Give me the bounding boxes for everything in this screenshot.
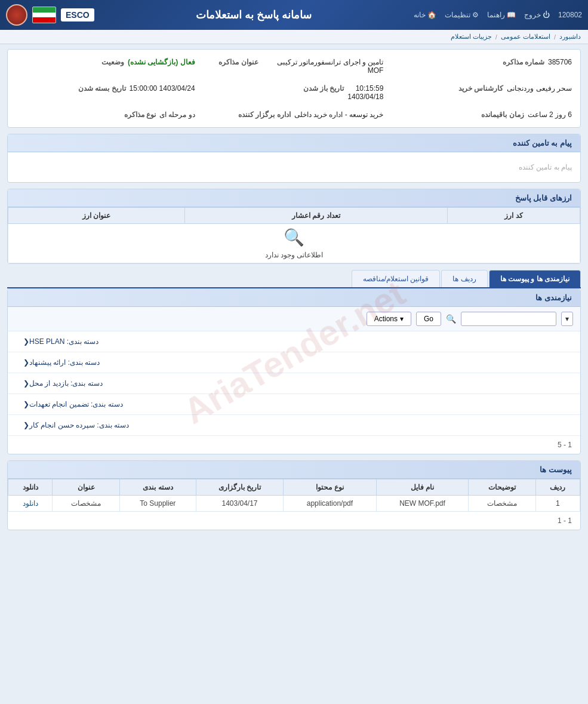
breadcrumb-home[interactable]: داشبورد [559,33,581,41]
type-value: دو مرحله ای [159,110,195,119]
actions-button[interactable]: ▾ Actions [367,312,411,326]
cell-filename: NEW MOF.pdf [376,496,469,512]
guide-button[interactable]: 📖 راهنما [487,11,516,19]
open-date-label: تاریخ باز شدن [290,84,344,93]
attachments-section: پیوست ها ردیف توضیحات نام فایل نوع محتوا… [7,460,581,530]
supplier-message-card: پیام به تامین کننده پیام به تامین کننده [7,134,581,183]
category-row[interactable]: دسته بندی: سپرده حسن انجام کار ❮ [8,415,580,436]
currencies-table: کد ارز تعداد رقم اعشار عنوان ارز 🔍 اطلاع… [8,207,580,263]
breadcrumb: داشبورد / استعلامات عمومی / جزیبات استعل… [0,30,588,44]
no-data-text: اطلاعاتی وجود ندارد [265,251,324,259]
settings-button[interactable]: ⚙ تنظیمات [445,11,479,19]
chevron-right-icon: ❮ [23,421,29,429]
info-grid: 385706 شماره مذاکره تامین و اجرای ترانسف… [16,56,572,121]
col-description: توضیحات [469,479,535,496]
needs-search-input[interactable] [461,312,556,326]
organizer-row: خرید توسعه - اداره خرید داخلی اداره برگز… [205,108,384,121]
go-button[interactable]: Go [416,312,441,326]
home-button[interactable]: 🏠 خانه [414,11,436,19]
currencies-card: ارزهای قابل پاسخ کد ارز تعداد رقم اعشار … [7,189,581,264]
remaining-row: 6 روز 2 ساعت زمان باقیمانده [393,108,572,121]
inquiry-number-label: شماره مذاکره [491,58,544,66]
buyer-value: سحر رفیعی وردنجانی [507,84,572,93]
col-filename: نام فایل [376,479,469,496]
needs-toolbar: ▾ 🔍 Go ▾ Actions [8,307,580,331]
category-label: دسته بندی: سپرده حسن انجام کار [29,421,129,429]
chevron-down-icon: ▾ [400,315,404,323]
open-date-value: 10:15:59 1403/04/18 [347,84,383,101]
category-row[interactable]: دسته بندی: تضمین انجام تعهدات ❮ [8,394,580,415]
book-icon: 📖 [507,11,516,19]
inquiry-number-row: 385706 شماره مذاکره [393,56,572,77]
tab-rows[interactable]: ردیف ها [441,270,487,287]
category-label: دسته بندی: بازدید از محل [29,379,103,388]
remaining-label: زمان باقیمانده [470,110,524,119]
category-row[interactable]: دسته بندی: بازدید از محل ❮ [8,373,580,394]
status-row: فعال (بازگشایی نشده) وضعیت [16,56,195,77]
categories-container: دسته بندی: HSE PLAN ❮ دسته بندی: ارائه پ… [8,331,580,436]
needs-pagination: 1 - 5 [8,436,580,454]
download-link[interactable]: دانلود [23,499,38,508]
company-emblem [6,4,27,26]
category-label: دسته بندی: HSE PLAN [29,337,98,346]
organizer-value: خرید توسعه - اداره خرید داخلی [294,110,384,119]
tab-rules[interactable]: قوانین استعلام/مناقصه [352,270,441,287]
page-title: سامانه پاسخ به استعلامات [196,8,312,21]
header-navigation: 120802 ⏻ خروج 📖 راهنما ⚙ تنظیمات 🏠 خانه [414,11,582,19]
buyer-label: کارشناس خرید [450,84,503,93]
breadcrumb-inquiries[interactable]: استعلامات عمومی [501,33,550,41]
category-row[interactable]: دسته بندی: ارائه پیشنهاد ❮ [8,352,580,373]
cell-download[interactable]: دانلود [8,496,53,512]
title-value: تامین و اجرای ترانسفورماتور ترکیبی MOF [262,58,384,75]
header-logo-area: ESCO [6,4,94,26]
status-value: فعال (بازگشایی نشده) [128,58,195,66]
exit-icon: ⏻ [543,11,550,19]
header-title-area: سامانه پاسخ به استعلامات [196,8,312,21]
needs-section: نیازمندی ها ▾ 🔍 Go ▾ Actions دسته بندی: … [7,288,581,454]
attachments-pagination: 1 - 1 [8,512,580,530]
close-date-label: تاریخ بسته شدن [72,84,126,93]
tabs-bar: نیازمندی ها و پیوست ها ردیف ها قوانین اس… [7,270,581,288]
search-icon: 🔍 [446,314,456,324]
inquiry-info-card: 385706 شماره مذاکره تامین و اجرای ترانسف… [7,49,581,128]
col-category: دسته بندی [119,479,196,496]
col-content-type: نوع محتوا [284,479,377,496]
esco-logo: ESCO [61,8,94,21]
close-date-row: 1403/04/24 15:00:00 تاریخ بسته شدن [16,82,195,103]
chevron-right-icon: ❮ [23,358,29,367]
main-content: 385706 شماره مذاکره تامین و اجرای ترانسف… [0,44,588,541]
category-row[interactable]: دسته بندی: HSE PLAN ❮ [8,331,580,352]
col-download: دانلود [8,479,53,496]
category-label: دسته بندی: ارائه پیشنهاد [29,358,100,367]
type-label: نوع مذاکره [102,110,156,119]
col-currency-title: عنوان ارز [8,208,185,224]
col-upload-date: تاریخ بارگزاری [196,479,283,496]
inquiry-number-value: 385706 [548,58,572,66]
chevron-right-icon: ❮ [23,400,29,408]
cell-upload-date: 1403/04/17 [196,496,283,512]
exit-button[interactable]: ⏻ خروج [524,11,550,19]
cell-row: 1 [535,496,580,512]
needs-header: نیازمندی ها [8,289,580,307]
attachments-body: ردیف توضیحات نام فایل نوع محتوا تاریخ با… [8,479,580,530]
type-row: دو مرحله ای نوع مذاکره [16,108,195,121]
attachments-header: پیوست ها [8,461,580,479]
supplier-message-text: پیام به تامین کننده [16,158,572,176]
cell-content-type: application/pdf [284,496,377,512]
title-label: عنوان مذاکره [205,58,258,66]
table-row: 1 مشخصات NEW MOF.pdf application/pdf 140… [8,496,580,512]
status-label: وضعیت [70,58,124,66]
tab-needs[interactable]: نیازمندی ها و پیوست ها [489,270,581,287]
home-icon: 🏠 [427,11,436,19]
col-row: ردیف [535,479,580,496]
col-title: عنوان [53,479,119,496]
breadcrumb-sep-2: / [495,33,497,41]
iran-flag-icon [32,7,56,23]
attachments-table: ردیف توضیحات نام فایل نوع محتوا تاریخ با… [8,479,580,512]
cell-category: To Supplier [119,496,196,512]
gear-icon: ⚙ [472,11,479,19]
currencies-body: کد ارز تعداد رقم اعشار عنوان ارز 🔍 اطلاع… [8,207,580,263]
breadcrumb-detail: جزیبات استعلام [451,33,492,41]
expand-button[interactable]: ▾ [561,312,573,326]
chevron-right-icon: ❮ [23,379,29,388]
